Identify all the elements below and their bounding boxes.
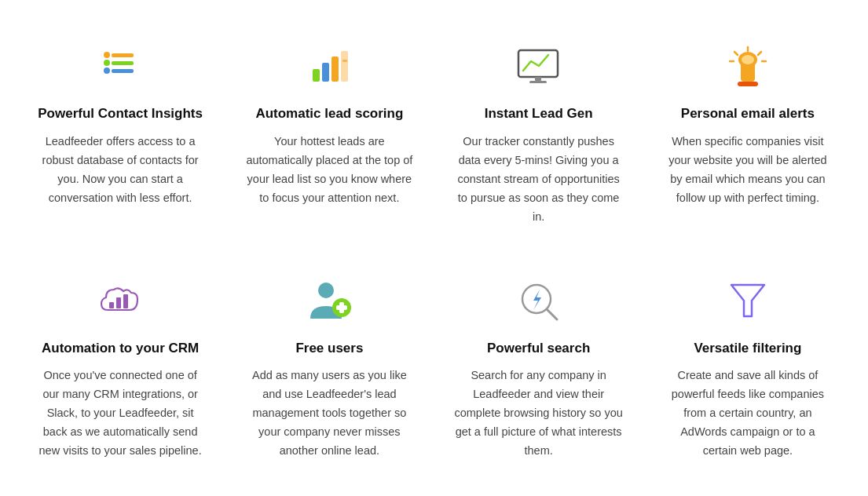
card-lead-gen-desc: Our tracker constantly pushes data every…	[453, 133, 624, 227]
cloud-chart-icon	[93, 274, 148, 329]
svg-rect-13	[529, 81, 547, 83]
svg-line-20	[758, 52, 761, 55]
card-versatile-filtering-desc: Create and save all kinds of powerful fe…	[662, 367, 833, 461]
card-email-alerts-desc: When specific companies visit your websi…	[662, 133, 833, 208]
user-plus-icon	[302, 274, 357, 329]
svg-rect-2	[112, 69, 134, 73]
svg-point-4	[104, 60, 110, 66]
card-contact-insights-title: Powerful Contact Insights	[38, 105, 203, 123]
svg-rect-11	[518, 50, 558, 77]
card-lead-gen: Instant Lead Gen Our tracker constantly …	[434, 24, 643, 250]
bars-icon	[302, 39, 357, 94]
svg-rect-29	[336, 305, 347, 310]
svg-line-19	[734, 52, 738, 55]
svg-rect-24	[116, 297, 121, 308]
svg-point-3	[104, 52, 110, 58]
svg-point-26	[318, 283, 334, 298]
svg-rect-12	[535, 77, 541, 81]
monitor-chart-icon	[511, 39, 566, 94]
svg-rect-1	[112, 61, 134, 65]
svg-point-5	[104, 67, 110, 74]
filter-icon	[720, 274, 775, 329]
card-powerful-search-title: Powerful search	[487, 340, 590, 358]
svg-rect-14	[738, 82, 758, 86]
svg-rect-10	[342, 60, 347, 62]
card-crm-automation-title: Automation to your CRM	[42, 340, 199, 358]
card-powerful-search-desc: Search for any company in Leadfeeder and…	[453, 367, 624, 461]
svg-line-31	[547, 309, 557, 319]
svg-rect-23	[109, 302, 114, 308]
card-powerful-search: Powerful search Search for any company i…	[434, 258, 643, 485]
search-bolt-icon	[511, 274, 566, 329]
list-icon	[93, 39, 148, 94]
card-free-users-title: Free users	[295, 340, 363, 358]
card-email-alerts-title: Personal email alerts	[681, 105, 815, 123]
card-lead-gen-title: Instant Lead Gen	[485, 105, 593, 123]
card-lead-scoring: Automatic lead scoring Your hottest lead…	[225, 24, 434, 250]
svg-rect-6	[313, 69, 320, 82]
features-grid: Powerful Contact Insights Leadfeeder off…	[0, 0, 868, 496]
svg-rect-7	[322, 63, 329, 82]
card-versatile-filtering-title: Versatile filtering	[694, 340, 801, 358]
svg-rect-25	[123, 294, 128, 308]
svg-point-17	[742, 55, 754, 64]
card-contact-insights: Powerful Contact Insights Leadfeeder off…	[16, 24, 225, 250]
alarm-icon	[720, 39, 775, 94]
card-free-users: Free users Add as many users as you like…	[225, 258, 434, 485]
svg-marker-32	[533, 290, 541, 310]
svg-rect-9	[341, 51, 348, 82]
card-contact-insights-desc: Leadfeeder offers access to a robust dat…	[35, 133, 206, 208]
card-lead-scoring-title: Automatic lead scoring	[255, 105, 403, 123]
card-free-users-desc: Add as many users as you like and use Le…	[244, 367, 415, 461]
card-email-alerts: Personal email alerts When specific comp…	[643, 24, 852, 250]
svg-rect-0	[112, 53, 134, 57]
card-versatile-filtering: Versatile filtering Create and save all …	[643, 258, 852, 485]
card-lead-scoring-desc: Your hottest leads are automatically pla…	[244, 133, 415, 208]
card-crm-automation: Automation to your CRM Once you've conne…	[16, 258, 225, 485]
card-crm-automation-desc: Once you've connected one of our many CR…	[35, 367, 206, 461]
svg-rect-8	[331, 57, 339, 82]
